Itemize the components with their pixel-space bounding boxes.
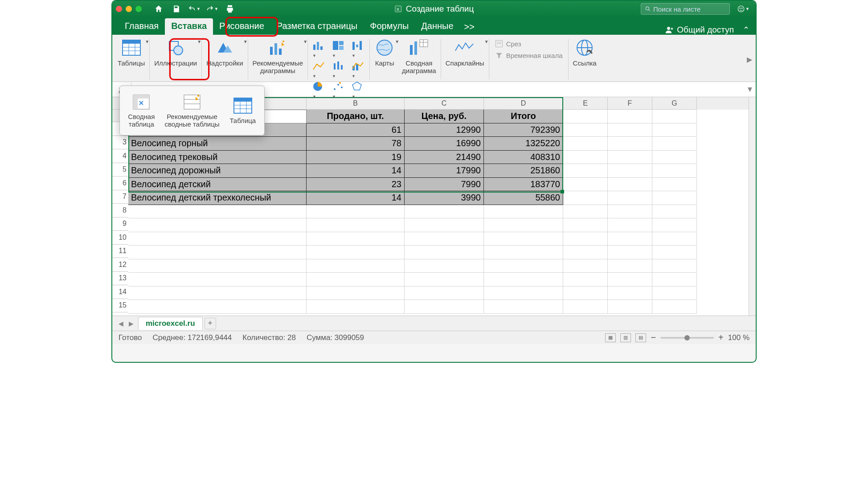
cell-F7[interactable] [608, 191, 652, 205]
tab-home[interactable]: Главная [119, 18, 165, 35]
cell-E4[interactable] [563, 151, 608, 164]
cell-D11[interactable] [484, 246, 563, 259]
cell-C2[interactable]: 12990 [405, 123, 484, 137]
cell-E15[interactable] [563, 300, 608, 314]
cell-E7[interactable] [563, 191, 608, 205]
cell-A13[interactable] [128, 273, 307, 287]
smiley-icon[interactable]: ▼ [737, 3, 749, 15]
cell-B8[interactable] [307, 205, 405, 219]
ribbon-illustrations[interactable]: ▼ Иллюстрации [151, 37, 201, 67]
cell-E8[interactable] [563, 205, 608, 219]
ribbon-sparklines[interactable]: ▼ Спарклайны [442, 37, 488, 67]
cell-E11[interactable] [563, 246, 608, 259]
cell-A8[interactable] [128, 205, 307, 219]
cell-G2[interactable] [652, 123, 697, 137]
formula-expand[interactable]: ▼ [744, 85, 756, 94]
print-icon[interactable] [224, 3, 236, 15]
cell-C3[interactable]: 16990 [405, 137, 484, 151]
col-header-F[interactable]: F [608, 97, 652, 110]
cell-B9[interactable] [307, 218, 405, 232]
sheet-tab[interactable]: microexcel.ru [138, 317, 203, 330]
row-header-9[interactable]: 9 [112, 217, 128, 231]
cell-D3[interactable]: 1325220 [484, 137, 563, 151]
undo-icon[interactable]: ▼ [188, 3, 201, 15]
cell-E5[interactable] [563, 164, 608, 178]
popup-table[interactable]: Таблица [221, 86, 264, 135]
cell-G3[interactable] [652, 137, 697, 151]
cell-G10[interactable] [652, 232, 697, 246]
cell-A12[interactable] [128, 259, 307, 273]
cell-E13[interactable] [563, 273, 608, 287]
share-button[interactable]: Общий доступ ⌃ [665, 25, 749, 35]
cell-D10[interactable] [484, 232, 563, 246]
cell-F8[interactable] [608, 205, 652, 219]
cell-A4[interactable]: Велосипед трековый [128, 151, 307, 164]
cell-F15[interactable] [608, 300, 652, 314]
cell-B4[interactable]: 19 [307, 151, 405, 164]
cell-B10[interactable] [307, 232, 405, 246]
cell-F13[interactable] [608, 273, 652, 287]
cell-G13[interactable] [652, 273, 697, 287]
cell-A9[interactable] [128, 218, 307, 232]
cell-D6[interactable]: 183770 [484, 178, 563, 192]
cell-C1[interactable]: Цена, руб. [405, 110, 484, 123]
tab-data[interactable]: Данные [415, 18, 459, 35]
ribbon-tables[interactable]: ▼ Таблицы [114, 37, 148, 67]
cell-D12[interactable] [484, 259, 563, 273]
cell-E3[interactable] [563, 137, 608, 151]
cell-F4[interactable] [608, 151, 652, 164]
cell-E6[interactable] [563, 178, 608, 192]
col-header-D[interactable]: D [484, 97, 563, 110]
cell-B3[interactable]: 78 [307, 137, 405, 151]
ribbon-scroll-right[interactable]: ▶ [747, 55, 752, 64]
tab-draw[interactable]: Рисование [213, 18, 270, 35]
cell-F2[interactable] [608, 123, 652, 137]
cell-A7[interactable]: Велосипед детский трехколесный [128, 191, 307, 205]
cell-C5[interactable]: 17990 [405, 164, 484, 178]
maximize-window-button[interactable] [135, 6, 142, 12]
row-header-5[interactable]: 5 [112, 163, 128, 177]
cell-F11[interactable] [608, 246, 652, 259]
cell-C6[interactable]: 7990 [405, 178, 484, 192]
chart-waterfall-icon[interactable]: ▼ [352, 40, 365, 59]
cell-B5[interactable]: 14 [307, 164, 405, 178]
sheet-prev[interactable]: ◀ [116, 320, 126, 327]
cell-A6[interactable]: Велосипед детский [128, 178, 307, 192]
col-header-E[interactable]: E [563, 97, 608, 110]
row-header-7[interactable]: 7 [112, 190, 128, 204]
ribbon-addins[interactable]: ▼ Надстройки [203, 37, 246, 67]
home-icon[interactable] [152, 3, 165, 15]
cell-B6[interactable]: 23 [307, 178, 405, 192]
cell-F10[interactable] [608, 232, 652, 246]
chart-stat-icon[interactable]: ▼ [332, 61, 345, 79]
cell-F12[interactable] [608, 259, 652, 273]
cell-D2[interactable]: 792390 [484, 123, 563, 137]
cell-G9[interactable] [652, 218, 697, 232]
cell-C14[interactable] [405, 287, 484, 300]
cell-G8[interactable] [652, 205, 697, 219]
row-header-8[interactable]: 8 [112, 204, 128, 217]
ribbon-timeline[interactable]: Временная шкала [495, 51, 563, 60]
cell-C9[interactable] [405, 218, 484, 232]
cell-D5[interactable]: 251860 [484, 164, 563, 178]
cell-E12[interactable] [563, 259, 608, 273]
ribbon-maps[interactable]: ▼ Карты [371, 37, 398, 67]
cell-E14[interactable] [563, 287, 608, 300]
tabs-overflow[interactable]: >> [460, 19, 479, 35]
row-header-3[interactable]: 3 [112, 136, 128, 150]
cell-A3[interactable]: Велосипед горный [128, 137, 307, 151]
cell-F9[interactable] [608, 218, 652, 232]
search-input[interactable]: Поиск на листе [641, 3, 730, 15]
cell-D9[interactable] [484, 218, 563, 232]
cell-C8[interactable] [405, 205, 484, 219]
zoom-out-button[interactable]: − [651, 332, 656, 343]
cell-D15[interactable] [484, 300, 563, 314]
cell-A14[interactable] [128, 287, 307, 300]
row-header-14[interactable]: 14 [112, 285, 128, 299]
save-icon[interactable] [170, 3, 183, 15]
cell-D8[interactable] [484, 205, 563, 219]
zoom-level[interactable]: 100 % [728, 333, 749, 342]
chart-hier-icon[interactable]: ▼ [332, 40, 345, 59]
chart-bar-icon[interactable]: ▼ [312, 40, 326, 59]
view-page-break-icon[interactable]: ▤ [635, 333, 646, 342]
